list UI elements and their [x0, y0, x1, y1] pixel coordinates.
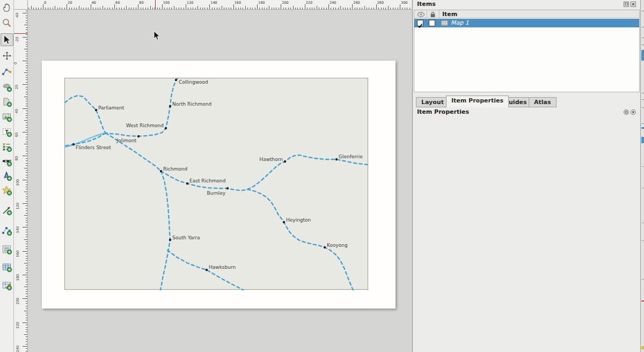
item-label: Map 1 [451, 19, 469, 26]
edge-fragment [641, 188, 644, 188]
edge-fragment [641, 346, 644, 349]
v-ruler-label: 40 [14, 109, 19, 113]
v-ruler-label: 160 [16, 250, 20, 256]
h-ruler-label: 240 [330, 1, 336, 5]
station-dot [283, 221, 285, 223]
station-dot [137, 135, 140, 137]
layout-page[interactable]: CollingwoodNorth RichmondParliamentWest … [42, 61, 396, 309]
v-ruler-label: 200 [16, 298, 20, 304]
item-visibility-checkbox[interactable] [417, 20, 423, 26]
item-column-header: Item [442, 11, 457, 18]
h-ruler-label: 280 [377, 1, 384, 5]
v-ruler-label: 60 [14, 133, 19, 137]
items-panel-title: Items [417, 1, 436, 8]
add-scalebar-button[interactable] [2, 156, 12, 167]
add-fixed-table-button[interactable] [2, 280, 12, 291]
edge-fragment [641, 50, 644, 61]
add-arrow-button[interactable] [2, 205, 12, 216]
add-3d-map-button[interactable] [2, 97, 12, 107]
add-marker-button[interactable] [2, 185, 12, 196]
v-ruler-cursor-indicator [14, 33, 28, 34]
edge-fragment [641, 127, 644, 129]
edge-fragment [641, 38, 644, 38]
horizontal-ruler: 0204060801001201401601802002202402602803… [28, 0, 412, 10]
add-node-item-button[interactable] [2, 225, 12, 236]
south-line [160, 171, 170, 290]
edge-fragment [641, 223, 644, 223]
items-tree[interactable]: Item Map 1 [414, 10, 640, 92]
item-properties-panel-title: Item Properties [417, 108, 469, 115]
station-label: South Yarra [172, 235, 200, 240]
edge-fragment [641, 166, 644, 167]
station-dot [335, 158, 338, 160]
tab-layout[interactable]: Layout [416, 97, 449, 107]
map-item-icon [441, 20, 448, 26]
edge-fragment [641, 99, 644, 100]
station-dot [169, 239, 171, 241]
edge-fragment [641, 137, 644, 143]
station-dot [324, 246, 326, 248]
h-ruler-label: 40 [92, 1, 96, 5]
edge-fragment [641, 240, 644, 241]
add-map-button[interactable] [2, 82, 12, 92]
lock-icon [430, 11, 436, 18]
station-dot [226, 187, 229, 189]
station-label: Richmond [163, 166, 187, 172]
h-ruler-label: 200 [282, 1, 288, 5]
edge-fragment [641, 45, 644, 45]
v-ruler-label: -20 [15, 36, 19, 42]
edge-fragment [641, 300, 644, 302]
station-label: Burnley [207, 190, 226, 196]
items-panel-close-button[interactable] [631, 2, 636, 7]
add-html-button[interactable]: </> [2, 244, 12, 255]
station-dot [186, 182, 188, 185]
add-legend-button[interactable] [2, 142, 12, 152]
glen-waverley-branch [247, 189, 353, 290]
map-item[interactable]: CollingwoodNorth RichmondParliamentWest … [64, 78, 368, 290]
move-item-content-button[interactable] [2, 50, 12, 61]
h-ruler-label: 80 [139, 1, 143, 5]
tab-atlas[interactable]: Atlas [529, 97, 557, 107]
edge-fragment [641, 123, 644, 124]
h-ruler-label: 300 [401, 1, 407, 5]
edge-fragment [641, 11, 644, 11]
edge-fragment [641, 27, 644, 27]
v-ruler-label: 0 [14, 62, 18, 64]
add-picture-button[interactable] [2, 112, 12, 122]
h-ruler-cursor-indicator [155, 0, 156, 10]
layout-canvas[interactable]: CollingwoodNorth RichmondParliamentWest … [28, 10, 412, 352]
pan-layout-button[interactable] [2, 2, 12, 13]
items-tree-row[interactable]: Map 1 [414, 19, 639, 27]
zoom-tool-button[interactable] [2, 18, 12, 28]
add-label-button[interactable]: T [2, 127, 12, 137]
screen-edge-sliver [640, 0, 644, 352]
edit-nodes-item-button[interactable] [2, 66, 12, 77]
v-ruler-label: 100 [16, 179, 20, 185]
select-move-item-button[interactable] [1, 33, 13, 46]
edge-fragment [641, 279, 644, 280]
station-dot [169, 105, 171, 107]
item-properties-close-button[interactable] [631, 109, 636, 115]
h-ruler-label: 120 [187, 1, 193, 5]
add-north-arrow-button[interactable]: A [2, 171, 12, 181]
ruler-corner [14, 0, 28, 10]
station-dot [206, 269, 208, 271]
station-label: Jolimont [116, 138, 136, 143]
add-attribute-table-button[interactable] [2, 262, 12, 273]
items-panel-float-button[interactable] [624, 2, 629, 7]
item-properties-float-button[interactable] [624, 109, 629, 115]
eye-icon [418, 12, 425, 17]
dock-tab-bar: LayoutItem PropertiesGuidesAtlas [414, 96, 640, 107]
item-lock-checkbox[interactable] [429, 20, 435, 26]
h-ruler-label: 220 [306, 1, 312, 5]
tab-item-properties[interactable]: Item Properties [446, 96, 509, 107]
h-ruler-label: 0 [44, 1, 46, 5]
station-dot [284, 160, 286, 163]
edge-fragment [641, 93, 644, 93]
h-ruler-label: 140 [210, 1, 217, 5]
station-dot [95, 109, 97, 111]
station-dot [160, 170, 162, 172]
station-label: North Richmond [172, 101, 211, 107]
parliament-line [65, 96, 106, 133]
h-ruler-label: 160 [235, 1, 241, 5]
